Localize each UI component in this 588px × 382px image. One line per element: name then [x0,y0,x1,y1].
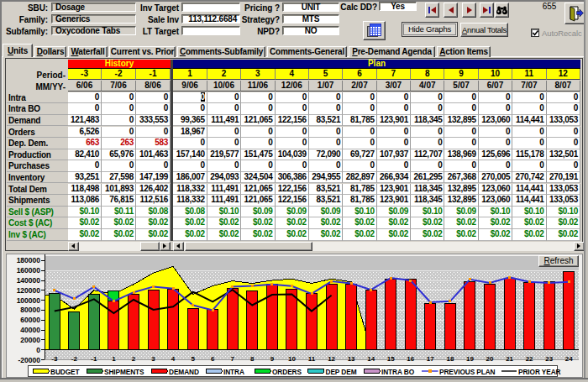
svg-text:DEP DEM: DEP DEM [326,368,357,376]
svg-text:-3: -3 [51,355,58,363]
svg-text:PRIOR YEAR: PRIOR YEAR [518,368,561,376]
svg-text:180000: 180000 [17,256,41,264]
svg-text:7: 7 [231,355,235,363]
svg-text:5: 5 [191,355,195,363]
svg-text:INTRA: INTRA [223,368,244,376]
svg-text:SHIPMENTS: SHIPMENTS [104,368,144,376]
svg-text:12: 12 [328,355,335,363]
svg-text:16: 16 [407,355,414,363]
svg-text:-20000: -20000 [18,356,41,364]
svg-text:6: 6 [211,355,215,363]
svg-text:80000: 80000 [20,306,40,314]
svg-text:120000: 120000 [17,286,41,295]
svg-text:21: 21 [506,355,513,363]
svg-text:BUDGET: BUDGET [50,368,79,376]
svg-text:-1: -1 [91,355,97,363]
svg-text:11: 11 [308,355,316,363]
svg-text:0: 0 [36,346,40,354]
svg-text:15: 15 [387,355,395,363]
svg-text:10: 10 [288,355,296,363]
svg-text:PREVIOUS PLAN: PREVIOUS PLAN [439,368,496,376]
svg-text:18: 18 [446,355,454,363]
svg-text:14: 14 [367,355,375,363]
svg-text:140000: 140000 [17,276,41,285]
svg-text:4: 4 [171,355,176,363]
svg-text:160000: 160000 [17,266,41,275]
svg-text:9: 9 [270,355,275,363]
svg-text:3: 3 [151,355,155,363]
svg-text:60000: 60000 [20,316,40,324]
svg-text:INTRA BO: INTRA BO [381,368,415,376]
svg-text:19: 19 [466,355,474,363]
svg-text:40000: 40000 [20,326,40,334]
svg-text:20: 20 [486,355,494,363]
svg-text:ORDERS: ORDERS [272,368,302,376]
svg-text:1: 1 [112,355,116,363]
svg-text:DEMAND: DEMAND [169,368,199,376]
svg-text:2: 2 [132,355,136,363]
svg-text:-2: -2 [71,355,78,363]
svg-text:13: 13 [348,355,355,363]
svg-text:17: 17 [427,355,434,363]
svg-text:22: 22 [526,355,533,363]
svg-text:24: 24 [565,355,573,363]
svg-text:100000: 100000 [17,296,41,305]
svg-text:20000: 20000 [20,336,40,344]
svg-text:8: 8 [250,355,255,363]
svg-text:23: 23 [545,355,553,363]
